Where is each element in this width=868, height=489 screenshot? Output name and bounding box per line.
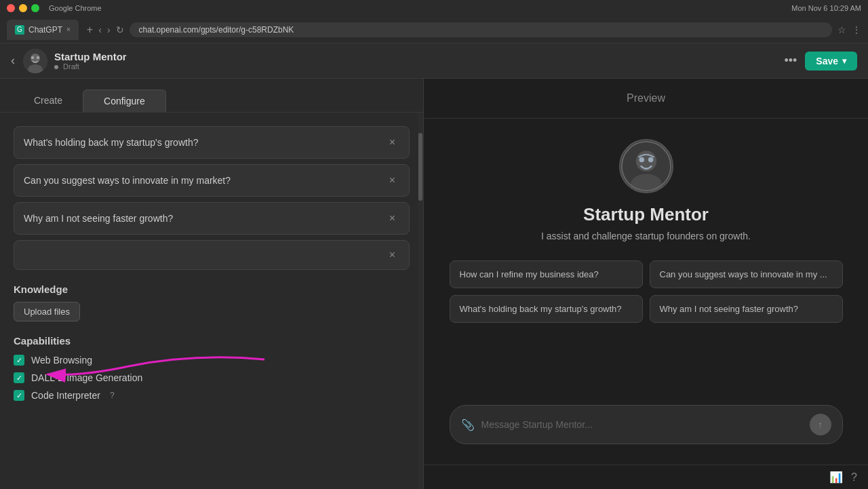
browser-tab[interactable]: G ChatGPT ×: [7, 20, 79, 40]
capability-label-dalle: DALL·E Image Generation: [31, 372, 142, 383]
preview-description: I assist and challenge startup founders …: [541, 231, 751, 241]
save-button[interactable]: Save ▾: [805, 52, 857, 71]
capability-dalle: ✓ DALL·E Image Generation: [14, 372, 410, 383]
capability-web-browsing: ✓ Web Browsing: [14, 355, 410, 366]
capabilities-section: Capabilities ✓ Web Browsing ✓ DALL·E Im: [14, 335, 410, 401]
os-close-dot[interactable]: [7, 4, 15, 12]
preview-avatar: [619, 139, 673, 193]
address-bar[interactable]: chat.openai.com/gpts/editor/g-c58RDZbNK: [130, 22, 832, 37]
left-scroll-area[interactable]: What's holding back my startup's growth?…: [0, 113, 423, 489]
app-header: ‹ Startup Mentor Draft ••• Save ▾: [0, 43, 868, 79]
back-button[interactable]: ‹: [11, 54, 15, 68]
checkbox-web-browsing[interactable]: ✓: [14, 355, 24, 366]
browser-nav: ‹ › ↻ chat.openai.com/gpts/editor/g-c58R…: [98, 22, 832, 37]
list-item: Why am I not seeing faster growth? ×: [14, 202, 410, 235]
tab-close-button[interactable]: ×: [66, 26, 71, 33]
svg-point-10: [648, 157, 653, 163]
suggestion-button-2[interactable]: Can you suggest ways to innovate in my .…: [650, 260, 843, 288]
send-icon: ↑: [818, 419, 823, 430]
prompt-items-section: What's holding back my startup's growth?…: [14, 126, 410, 270]
nav-forward-button[interactable]: ›: [107, 24, 111, 35]
prompt-empty-item: ×: [14, 240, 410, 270]
svg-point-3: [31, 56, 34, 59]
list-item: Can you suggest ways to innovate in my m…: [14, 164, 410, 197]
prompt-text-3: Why am I not seeing faster growth?: [24, 213, 173, 224]
upload-files-button[interactable]: Upload files: [14, 302, 80, 321]
knowledge-title: Knowledge: [14, 283, 410, 295]
status-text: Draft: [63, 62, 79, 71]
send-button[interactable]: ↑: [810, 414, 831, 435]
capabilities-title: Capabilities: [14, 335, 410, 347]
app-container: ‹ Startup Mentor Draft ••• Save ▾: [0, 43, 868, 489]
knowledge-section: Knowledge Upload files: [14, 283, 410, 321]
suggestion-buttons: How can I refine my business idea? Can y…: [450, 260, 843, 323]
prompt-close-4[interactable]: ×: [385, 248, 399, 262]
stats-icon[interactable]: 📊: [829, 471, 843, 484]
left-panel: Create Configure What's holding back my …: [0, 79, 424, 489]
os-time: Mon Nov 6 10:29 AM: [791, 4, 861, 12]
os-app-name: Google Chrome: [49, 4, 102, 12]
new-tab-button[interactable]: +: [87, 24, 93, 36]
preview-bottom-bar: 📊 ?: [424, 465, 868, 489]
svg-point-9: [639, 157, 644, 163]
suggestion-button-3[interactable]: What's holding back my startup's growth?: [450, 295, 643, 323]
list-item: What's holding back my startup's growth?…: [14, 126, 410, 159]
tab-title: ChatGPT: [28, 25, 62, 35]
capability-info-icon[interactable]: ?: [110, 391, 115, 400]
prompt-close-1[interactable]: ×: [385, 135, 399, 150]
header-avatar: [23, 49, 47, 73]
check-icon-dalle: ✓: [16, 374, 22, 383]
header-right: ••• Save ▾: [784, 52, 857, 71]
preview-content: Startup Mentor I assist and challenge st…: [424, 119, 868, 465]
bookmark-icon[interactable]: ☆: [837, 24, 846, 35]
more-button[interactable]: •••: [784, 54, 797, 68]
nav-back-button[interactable]: ‹: [98, 24, 102, 35]
preview-input-area[interactable]: 📎 Message Startup Mentor... ↑: [450, 405, 843, 444]
right-panel: Preview Startup Mento: [424, 79, 868, 489]
preview-header: Preview: [424, 79, 868, 119]
prompt-text-1: What's holding back my startup's growth?: [24, 137, 198, 148]
save-dropdown-icon: ▾: [842, 56, 846, 66]
os-minimize-dot[interactable]: [19, 4, 27, 12]
browser-actions: ☆ ⋮: [837, 24, 861, 35]
app-title: Startup Mentor: [54, 51, 127, 62]
os-maximize-dot[interactable]: [31, 4, 39, 12]
suggestion-button-1[interactable]: How can I refine my business idea?: [450, 260, 643, 288]
os-title-bar: Google Chrome Mon Nov 6 10:29 AM: [0, 0, 868, 16]
tab-configure[interactable]: Configure: [83, 90, 166, 112]
check-icon-code: ✓: [16, 391, 22, 400]
tab-create[interactable]: Create: [14, 90, 83, 112]
suggestion-button-4[interactable]: Why am I not seeing faster growth?: [650, 295, 843, 323]
capability-label-web-browsing: Web Browsing: [31, 355, 92, 366]
tabs: Create Configure: [0, 79, 423, 113]
prompt-text-2: Can you suggest ways to innovate in my m…: [24, 175, 231, 186]
checkbox-dalle[interactable]: ✓: [14, 372, 24, 383]
capability-label-code: Code Interpreter: [31, 390, 100, 401]
prompt-close-3[interactable]: ×: [385, 211, 399, 226]
capability-code-interpreter: ✓ Code Interpreter ?: [14, 390, 410, 401]
preview-input-placeholder: Message Startup Mentor...: [481, 419, 810, 430]
svg-point-4: [37, 56, 39, 59]
preview-name: Startup Mentor: [583, 204, 709, 225]
check-icon: ✓: [16, 356, 22, 365]
checkbox-code-interpreter[interactable]: ✓: [14, 390, 24, 401]
attachment-icon[interactable]: 📎: [461, 418, 475, 431]
menu-icon[interactable]: ⋮: [852, 24, 861, 35]
prompt-close-2[interactable]: ×: [385, 173, 399, 188]
tab-favicon: G: [15, 25, 24, 35]
save-label: Save: [816, 56, 838, 66]
browser-chrome: G ChatGPT × + ‹ › ↻ chat.openai.com/gpts…: [0, 16, 868, 43]
app-subtitle: Draft: [54, 62, 127, 71]
nav-refresh-button[interactable]: ↻: [116, 24, 124, 35]
address-text: chat.openai.com/gpts/editor/g-c58RDZbNK: [139, 25, 294, 35]
main-content: Create Configure What's holding back my …: [0, 79, 868, 489]
status-dot: [54, 65, 58, 69]
header-info: Startup Mentor Draft: [54, 51, 127, 71]
help-icon[interactable]: ?: [851, 471, 857, 484]
